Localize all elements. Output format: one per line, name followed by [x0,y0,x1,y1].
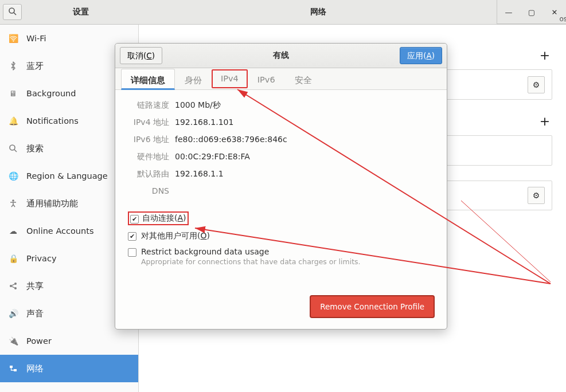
sidebar-item-label: 通用辅助功能 [26,198,78,209]
svg-rect-11 [14,369,17,371]
value-hw: 00:0C:29:FD:E8:FA [175,152,250,162]
window-controls: — ▢ ✕ [497,0,566,24]
restrict-bg-sub: Appropriate for connections that have da… [141,257,361,266]
globe-icon: 🌐 [8,171,18,181]
sidebar-item-label: Background [26,89,76,98]
network-icon [8,363,18,374]
page-title: 网络 [139,7,497,17]
other-users-label: 对其他用户可用( [141,231,200,240]
value-link-speed: 1000 Mb/秒 [175,100,221,111]
apply-button[interactable]: 应用(A) [400,47,442,64]
value-ipv4: 192.168.1.101 [175,117,233,128]
dialog-tabs: 详细信息 身份 IPv4 IPv6 安全 [115,68,447,90]
autoconnect-label: 自动连接( [142,213,177,222]
tab-security[interactable]: 安全 [285,69,322,90]
gear-icon: ⚙ [533,80,540,89]
gear-icon: ⚙ [533,191,540,200]
plus-icon: + [540,114,550,128]
value-ipv6: fe80::d069:e638:796e:846c [175,135,287,145]
tab-details[interactable]: 详细信息 [121,69,175,90]
add-vpn-button[interactable]: + [537,113,552,128]
sidebar-item-label: 网络 [26,363,44,374]
add-wired-button[interactable]: + [537,48,552,62]
maximize-icon: ▢ [528,8,535,17]
label-route: 默认路由 [128,169,169,179]
label-ipv4: IPv4 地址 [128,117,169,128]
svg-line-3 [14,150,17,152]
cancel-button[interactable]: 取消(C) [120,47,162,64]
remove-profile-button[interactable]: Remove Connection Profile [310,296,434,317]
svg-line-8 [12,284,15,285]
wifi-icon: 🛜 [8,33,18,44]
sidebar-item-label: 蓝牙 [26,61,44,72]
label-link-speed: 链路速度 [128,100,169,111]
svg-line-1 [14,13,16,15]
sidebar-item-label: Wi-Fi [26,34,46,43]
connection-dialog: 取消(C) 有线 应用(A) 详细信息 身份 IPv4 IPv6 安全 链路速度… [115,43,447,330]
bell-icon: 🔔 [8,116,18,126]
dialog-title: 有线 [115,50,447,61]
svg-point-6 [14,283,17,285]
svg-point-0 [9,8,14,13]
svg-rect-10 [10,366,13,368]
label-dns: DNS [128,186,169,195]
minimize-button[interactable]: — [497,0,520,24]
sidebar-item-label: 声音 [26,308,44,319]
details-body: 链路速度1000 Mb/秒 IPv4 地址192.168.1.101 IPv6 … [115,90,447,329]
titlebar: 设置 网络 — ▢ ✕ os [0,0,566,25]
power-icon: 🔌 [8,336,18,346]
svg-line-9 [12,287,15,288]
value-route: 192.168.1.1 [175,169,224,179]
dialog-header: 取消(C) 有线 应用(A) [115,44,447,68]
sidebar-item-label: Privacy [26,254,57,263]
sidebar-item-label: 搜索 [26,143,44,154]
bluetooth-icon [8,61,18,71]
sidebar-item-network[interactable]: 网络 [0,355,138,382]
tab-ipv6[interactable]: IPv6 [248,69,285,90]
sidebar-item-power[interactable]: 🔌Power [0,327,138,355]
settings-title: 设置 [22,7,139,17]
tab-identity[interactable]: 身份 [175,69,212,90]
restrict-bg-checkbox[interactable] [128,248,136,257]
truncated-text: os [559,15,566,23]
sidebar-item-label: Region & Language [26,171,108,181]
proxy-settings-button[interactable]: ⚙ [528,187,545,204]
label-ipv6: IPv6 地址 [128,135,169,145]
minimize-icon: — [505,8,513,17]
other-users-checkbox[interactable] [128,232,136,241]
search-icon [8,7,17,18]
tab-ipv4[interactable]: IPv4 [212,69,248,88]
label-hw: 硬件地址 [128,152,169,162]
background-icon: 🖥 [8,88,18,99]
svg-point-4 [12,199,14,202]
sidebar-item-label: Online Accounts [26,226,93,236]
svg-point-7 [14,287,17,289]
restrict-bg-label: Restrict background data usage [141,247,361,256]
svg-point-5 [10,285,12,287]
search-button[interactable] [3,4,22,20]
sidebar-item-label: 共享 [26,281,44,292]
share-icon [8,281,18,291]
autoconnect-checkbox[interactable] [130,215,139,224]
autoconnect-highlight: 自动连接(A) [128,211,189,225]
sidebar-item-label: Power [26,336,52,346]
close-icon: ✕ [552,8,558,17]
maximize-button[interactable]: ▢ [520,0,543,24]
wired-settings-button[interactable]: ⚙ [528,76,545,93]
sidebar-item-label: Notifications [26,116,79,126]
search-icon [8,143,18,154]
lock-icon: 🔒 [8,253,18,264]
accessibility-icon [8,198,18,209]
online-accounts-icon: ☁ [8,226,18,236]
sound-icon: 🔊 [8,308,18,319]
plus-icon: + [540,48,550,62]
svg-point-2 [10,145,15,150]
